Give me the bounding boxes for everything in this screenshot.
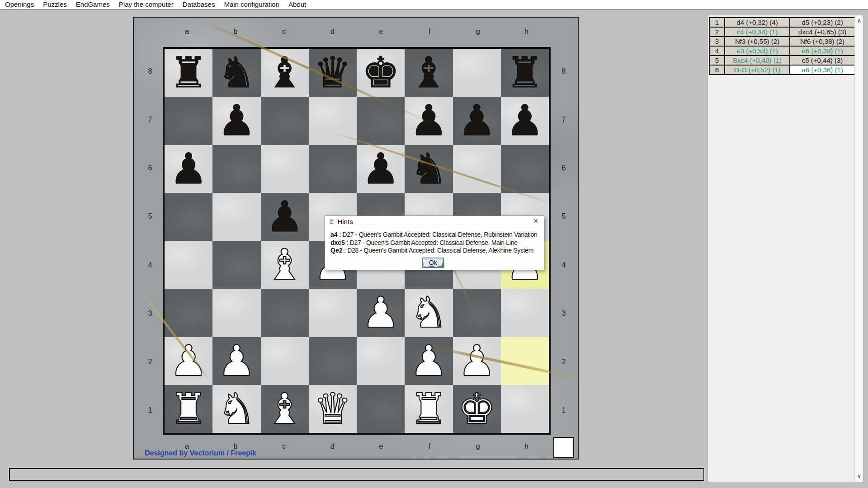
square-c3[interactable]	[261, 289, 309, 337]
square-f1[interactable]: ♜	[405, 385, 453, 433]
square-h6[interactable]	[501, 145, 549, 193]
square-e3[interactable]: ♟	[357, 289, 405, 337]
square-g2[interactable]: ♟	[453, 337, 501, 385]
square-f6[interactable]: ♞	[405, 145, 453, 193]
piece-white-rook[interactable]: ♜	[410, 385, 448, 432]
piece-black-pawn[interactable]: ♟	[410, 97, 448, 144]
square-b4[interactable]	[212, 241, 260, 289]
square-d7[interactable]	[309, 97, 357, 145]
move-cell-white[interactable]: c4 (+0,34) (1)	[725, 27, 790, 37]
menu-item-endgames[interactable]: EndGames	[73, 0, 113, 9]
menu-item-play-the-computer[interactable]: Play the computer	[116, 0, 177, 9]
square-e6[interactable]: ♟	[357, 145, 405, 193]
piece-black-pawn[interactable]: ♟	[362, 145, 400, 192]
piece-black-pawn[interactable]: ♟	[265, 193, 303, 240]
piece-white-pawn[interactable]: ♟	[410, 338, 448, 385]
square-a3[interactable]	[165, 289, 212, 337]
move-cell-white[interactable]: d4 (+0,32) (4)	[725, 18, 790, 27]
square-g8[interactable]	[453, 49, 501, 97]
piece-white-rook[interactable]: ♜	[170, 385, 208, 432]
status-bar[interactable]	[9, 468, 704, 481]
move-cell-white[interactable]: O-O (+0,52) (1)	[725, 65, 790, 75]
square-c4[interactable]: ♝	[261, 241, 309, 289]
piece-black-pawn[interactable]: ♟	[506, 97, 544, 144]
square-b1[interactable]: ♞	[212, 385, 260, 433]
piece-white-knight[interactable]: ♞	[217, 385, 255, 432]
square-d2[interactable]	[309, 337, 357, 385]
ok-button[interactable]: Ok	[422, 258, 444, 268]
piece-black-knight[interactable]: ♞	[410, 145, 448, 192]
square-f7[interactable]: ♟	[405, 97, 453, 145]
menu-item-databases[interactable]: Databases	[179, 0, 218, 9]
square-b6[interactable]	[212, 145, 260, 193]
square-g1[interactable]: ♚	[453, 385, 501, 433]
square-c2[interactable]	[261, 337, 309, 385]
move-cell-white[interactable]: Bxc4 (+0,40) (1)	[725, 56, 790, 65]
square-e8[interactable]: ♚	[357, 49, 405, 97]
square-f2[interactable]: ♟	[405, 337, 453, 385]
piece-white-pawn[interactable]: ♟	[458, 338, 495, 385]
square-h3[interactable]	[501, 289, 549, 337]
piece-white-king[interactable]: ♚	[458, 385, 495, 432]
piece-black-pawn[interactable]: ♟	[458, 97, 495, 144]
move-cell-black[interactable]: e6 (+0,39) (1)	[790, 46, 855, 56]
hints-dialog-titlebar[interactable]: ♕ Hints ✕	[325, 216, 544, 227]
move-list-scrollbar[interactable]: ∧ ∨	[854, 15, 863, 482]
piece-black-knight[interactable]: ♞	[217, 49, 255, 96]
piece-black-pawn[interactable]: ♟	[170, 145, 208, 192]
square-a5[interactable]	[165, 193, 212, 241]
square-d6[interactable]	[309, 145, 357, 193]
menu-item-openings[interactable]: Openings	[2, 0, 37, 9]
piece-black-pawn[interactable]: ♟	[217, 97, 255, 144]
piece-white-pawn[interactable]: ♟	[362, 289, 400, 336]
square-h7[interactable]: ♟	[501, 97, 549, 145]
square-h8[interactable]: ♜	[501, 49, 549, 97]
square-c6[interactable]	[261, 145, 309, 193]
piece-white-bishop[interactable]: ♝	[265, 385, 303, 432]
move-cell-black[interactable]: Nf6 (+0,38) (2)	[790, 37, 855, 46]
square-e7[interactable]	[357, 97, 405, 145]
square-d3[interactable]	[309, 289, 357, 337]
piece-white-pawn[interactable]: ♟	[170, 338, 208, 385]
square-d1[interactable]: ♛	[309, 385, 357, 433]
scroll-up-icon[interactable]: ∧	[855, 17, 863, 25]
square-a1[interactable]: ♜	[165, 385, 212, 433]
move-cell-black[interactable]: a6 (+0,36) (1)	[790, 65, 855, 75]
piece-black-bishop[interactable]: ♝	[265, 49, 303, 96]
piece-black-king[interactable]: ♚	[362, 49, 400, 96]
square-h2[interactable]	[501, 337, 549, 385]
square-f8[interactable]: ♝	[405, 49, 453, 97]
square-e1[interactable]	[357, 385, 405, 433]
move-cell-white[interactable]: e3 (+0,53) (1)	[725, 46, 790, 56]
square-b8[interactable]: ♞	[212, 49, 260, 97]
close-icon[interactable]: ✕	[533, 217, 538, 225]
square-c7[interactable]	[261, 97, 309, 145]
square-c5[interactable]: ♟	[261, 193, 309, 241]
piece-white-knight[interactable]: ♞	[410, 289, 448, 336]
square-e2[interactable]	[357, 337, 405, 385]
piece-white-queen[interactable]: ♛	[314, 385, 352, 432]
square-a6[interactable]: ♟	[165, 145, 212, 193]
move-cell-black[interactable]: dxc4 (+0,65) (3)	[790, 27, 855, 37]
piece-black-rook[interactable]: ♜	[506, 49, 544, 96]
square-c8[interactable]: ♝	[261, 49, 309, 97]
move-cell-black[interactable]: d5 (+0,23) (2)	[790, 18, 855, 27]
square-a8[interactable]: ♜	[165, 49, 212, 97]
square-d8[interactable]: ♛	[309, 49, 357, 97]
square-g7[interactable]: ♟	[453, 97, 501, 145]
piece-white-bishop[interactable]: ♝	[265, 241, 303, 288]
square-b5[interactable]	[212, 193, 260, 241]
menu-item-about[interactable]: About	[285, 0, 309, 9]
square-g6[interactable]	[453, 145, 501, 193]
move-cell-black[interactable]: c5 (+0,44) (3)	[790, 56, 855, 65]
square-b3[interactable]	[212, 289, 260, 337]
piece-black-rook[interactable]: ♜	[170, 49, 208, 96]
scroll-down-icon[interactable]: ∨	[855, 472, 863, 480]
piece-black-bishop[interactable]: ♝	[410, 49, 448, 96]
square-g3[interactable]	[453, 289, 501, 337]
square-b7[interactable]: ♟	[212, 97, 260, 145]
menu-item-puzzles[interactable]: Puzzles	[40, 0, 70, 9]
square-a4[interactable]	[165, 241, 212, 289]
move-cell-white[interactable]: Nf3 (+0,55) (2)	[725, 37, 790, 46]
menu-item-main-configuration[interactable]: Main configuration	[221, 0, 283, 9]
